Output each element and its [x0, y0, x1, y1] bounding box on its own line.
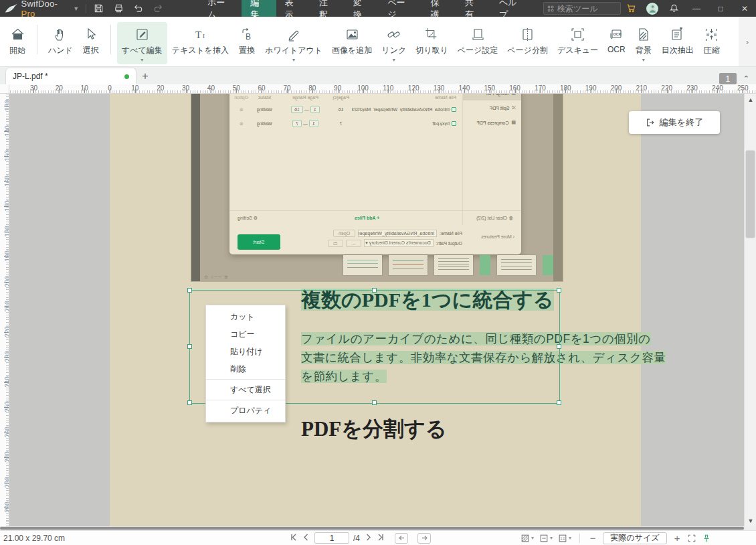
- tool-16[interactable]: 圧縮: [698, 22, 725, 64]
- tool-11[interactable]: ページ分割: [502, 22, 553, 64]
- doc-paragraph[interactable]: ファイルのアーカイブのために、同じ種類のPDFを1つの個別の 文書に統合します。…: [301, 329, 666, 386]
- tool-3[interactable]: すべて編集▾: [117, 22, 167, 64]
- tool-13[interactable]: OCROCR: [603, 22, 630, 62]
- last-page-button[interactable]: [377, 533, 385, 544]
- context-menu-item-1[interactable]: コピー: [206, 325, 285, 343]
- context-menu: カットコピー貼り付け削除すべて選択プロパティ: [205, 305, 286, 422]
- menu-bar: ホーム編集表示注釈変換ページ保護共有ヘルプ: [199, 0, 534, 17]
- prev-page-button[interactable]: [302, 533, 310, 544]
- vertical-ruler: 1301401501601701801902002102202302402502…: [0, 94, 9, 526]
- pdf-page[interactable]: ▣Merge PDF ⤨Split PDF ▤Compress PDF File…: [110, 94, 641, 526]
- context-menu-item-2[interactable]: 貼り付け: [206, 343, 285, 360]
- menu-6[interactable]: 保護: [422, 0, 456, 17]
- toc-icon: [669, 25, 686, 43]
- menu-3[interactable]: 注釈: [310, 0, 345, 17]
- tool-6[interactable]: ホワイトアウト▾: [260, 22, 327, 64]
- window-maximize-button[interactable]: □: [709, 0, 732, 17]
- tool-0[interactable]: 開始: [4, 22, 31, 64]
- zoom-in-button[interactable]: +: [672, 532, 682, 544]
- menu-4[interactable]: 変換: [345, 0, 379, 17]
- search-box[interactable]: [543, 2, 621, 15]
- tool-1[interactable]: ハンド: [43, 22, 78, 64]
- fullscreen-button[interactable]: [687, 534, 696, 543]
- menu-1[interactable]: 編集: [242, 0, 276, 17]
- page-split-icon: [519, 25, 537, 43]
- document-tabbar: JP-L.pdf * + 1 ⌃: [0, 67, 756, 84]
- menu-8[interactable]: ヘルプ: [490, 0, 534, 17]
- toolbar-expand-button[interactable]: ›: [739, 17, 756, 66]
- embed-merge-pdf-item: ▣Merge PDF: [463, 94, 521, 100]
- context-menu-item-4[interactable]: すべて選択: [206, 381, 285, 398]
- vertical-scrollbar[interactable]: ▲ ▼: [744, 94, 756, 526]
- redo-button[interactable]: [149, 0, 168, 17]
- vertical-scrollbar-thumb[interactable]: [746, 151, 755, 238]
- current-page-input[interactable]: [314, 532, 349, 544]
- search-input[interactable]: [557, 4, 617, 13]
- scroll-down-icon[interactable]: ▼: [745, 515, 756, 526]
- link-icon: [385, 25, 403, 43]
- notifications-bell-icon[interactable]: [664, 0, 684, 17]
- exit-edit-button[interactable]: 編集を終了: [629, 111, 720, 134]
- document-tab[interactable]: JP-L.pdf *: [5, 68, 136, 84]
- new-tab-button[interactable]: +: [136, 68, 154, 84]
- actual-size-button[interactable]: 1:1▾: [558, 534, 571, 543]
- embed-clear-list: 🗑 Clear List (2/2): [476, 216, 513, 220]
- fit-page-button[interactable]: ▾: [539, 534, 553, 543]
- menu-5[interactable]: ページ: [379, 0, 421, 17]
- menu-0[interactable]: ホーム: [199, 0, 242, 17]
- collapse-toolbar-chevron-up-icon[interactable]: ⌃: [743, 74, 749, 83]
- cursor-icon: [82, 25, 100, 43]
- save-button[interactable]: [89, 0, 108, 17]
- embed-start-button: Start: [238, 234, 280, 250]
- page-background-button[interactable]: ▾: [521, 534, 534, 543]
- context-menu-item-3[interactable]: 削除: [206, 360, 285, 378]
- cart-icon[interactable]: [621, 0, 641, 17]
- view-forward-button[interactable]: [417, 533, 431, 544]
- doc-heading-merge[interactable]: 複数のPDFを1つに統合する: [301, 287, 554, 314]
- svg-text:1:1: 1:1: [561, 537, 565, 540]
- tool-10[interactable]: ページ設定: [453, 22, 503, 64]
- print-button[interactable]: [109, 0, 128, 17]
- unsaved-dot: [124, 74, 129, 79]
- menu-2[interactable]: 表示: [276, 0, 310, 17]
- zoom-out-button[interactable]: −: [588, 532, 597, 544]
- tool-12[interactable]: デスキュー: [553, 22, 603, 64]
- zoom-level-label[interactable]: 実際のサイズ: [603, 532, 667, 544]
- dropdown-caret-icon: ▾: [393, 58, 395, 63]
- page-setup-icon: [469, 25, 486, 43]
- tool-7[interactable]: 画像を追加: [327, 22, 377, 64]
- tool-2[interactable]: 選択: [78, 22, 104, 64]
- edit-all-icon: [133, 25, 151, 43]
- undo-button[interactable]: [128, 0, 148, 17]
- context-menu-item-5[interactable]: プロパティ: [206, 402, 285, 419]
- embed-add-files: + Add Files: [355, 216, 379, 220]
- context-menu-item-0[interactable]: カット: [206, 308, 285, 325]
- pin-statusbar-icon[interactable]: [702, 534, 711, 543]
- tool-14[interactable]: 背景▾: [630, 22, 657, 64]
- account-avatar[interactable]: [642, 0, 662, 17]
- tool-8[interactable]: リンク▾: [377, 22, 411, 64]
- window-close-button[interactable]: ✕: [733, 0, 756, 17]
- doc-heading-split[interactable]: PDFを分割する: [301, 415, 446, 443]
- window-minimize-button[interactable]: —: [685, 0, 708, 17]
- view-back-button[interactable]: [395, 533, 408, 544]
- scroll-up-icon[interactable]: ▲: [745, 94, 756, 105]
- tool-15[interactable]: 目次抽出: [657, 22, 698, 64]
- insert-text-icon: TI: [191, 25, 209, 43]
- page-size-label: 21.00 x 29.70 cm: [3, 534, 65, 543]
- horizontal-scrollbar-thumb[interactable]: [0, 527, 744, 530]
- menu-7[interactable]: 共有: [456, 0, 490, 17]
- brand-dropdown-icon[interactable]: ▼: [73, 5, 79, 12]
- embed-split-pdf-item: ⤨Split PDF: [463, 100, 521, 115]
- next-page-button[interactable]: [364, 533, 373, 544]
- first-page-button[interactable]: [289, 533, 298, 544]
- dropdown-caret-icon: ▾: [140, 58, 143, 63]
- home-icon: [9, 25, 26, 43]
- svg-text:OCR: OCR: [613, 32, 621, 36]
- embed-more-features: ‹ More Features: [481, 234, 514, 239]
- tool-5[interactable]: B置換: [233, 22, 260, 64]
- embedded-screenshot-image[interactable]: ▣Merge PDF ⤨Split PDF ▤Compress PDF File…: [191, 94, 563, 281]
- tool-9[interactable]: 切り取り: [411, 22, 453, 64]
- embed-file-row: Introba_RNGAvailability_Whitepaper_May20…: [229, 102, 462, 116]
- tool-4[interactable]: TIテキストを挿入: [167, 22, 233, 64]
